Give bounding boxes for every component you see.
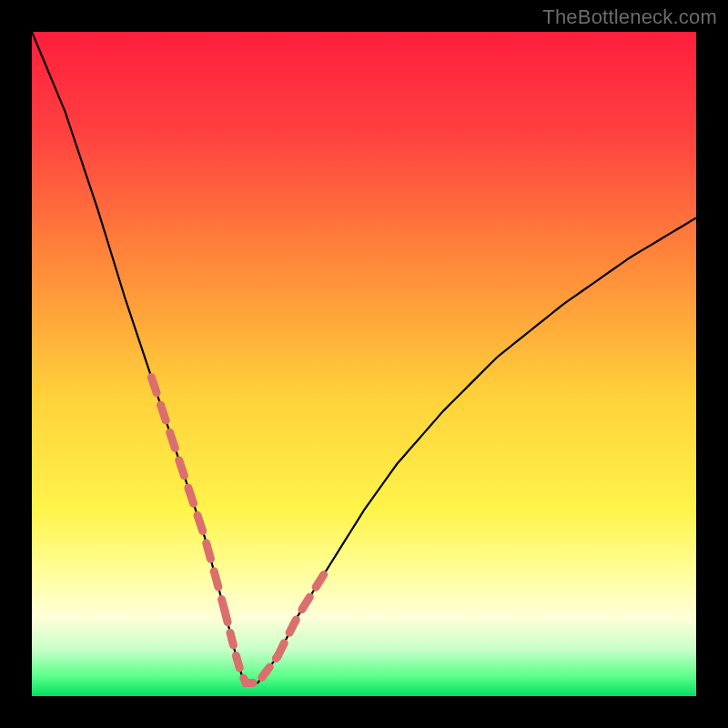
dash-right: [278, 574, 324, 657]
plot-area: [32, 32, 696, 696]
chart-frame: TheBottleneck.com: [0, 0, 728, 728]
dash-left: [151, 378, 224, 610]
curve-layer: [32, 32, 696, 696]
dash-bottom: [225, 610, 278, 682]
watermark-text: TheBottleneck.com: [542, 5, 717, 29]
bottleneck-curve: [32, 32, 696, 682]
